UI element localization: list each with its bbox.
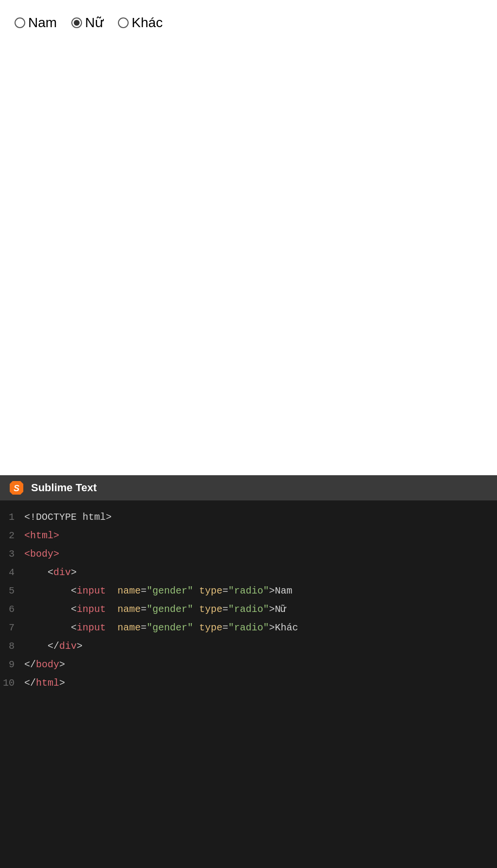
- code-line-2: 2 <html>: [0, 527, 497, 545]
- line-content-8: </div>: [24, 637, 83, 656]
- radio-label-khac: Khác: [132, 15, 163, 31]
- line-content-7: <input name="gender" type="radio">Khác: [24, 619, 298, 637]
- code-line-1: 1 <!DOCTYPE html>: [0, 508, 497, 527]
- editor-title-text: Sublime Text: [31, 482, 97, 494]
- line-number-8: 8: [0, 637, 24, 656]
- line-number-4: 4: [0, 563, 24, 582]
- line-content-6: <input name="gender" type="radio">Nữ: [24, 600, 286, 619]
- line-content-1: <!DOCTYPE html>: [24, 508, 112, 527]
- code-line-4: 4 <div>: [0, 563, 497, 582]
- code-line-10: 10 </html>: [0, 674, 497, 692]
- line-number-7: 7: [0, 619, 24, 637]
- line-number-10: 10: [0, 674, 24, 692]
- line-content-5: <input name="gender" type="radio">Nam: [24, 582, 292, 600]
- code-line-8: 8 </div>: [0, 637, 497, 656]
- code-line-6: 6 <input name="gender" type="radio">Nữ: [0, 600, 497, 619]
- radio-label-nam: Nam: [28, 15, 57, 31]
- line-number-6: 6: [0, 600, 24, 619]
- line-content-2: <html>: [24, 527, 59, 545]
- radio-nu[interactable]: Nữ: [71, 15, 103, 31]
- radio-group: Nam Nữ Khác: [15, 15, 482, 31]
- line-number-9: 9: [0, 656, 24, 674]
- line-content-10: </html>: [24, 674, 65, 692]
- radio-label-nu: Nữ: [85, 15, 103, 31]
- code-area[interactable]: 1 <!DOCTYPE html> 2 <html> 3 <body> 4 <d…: [0, 500, 497, 868]
- line-number-3: 3: [0, 545, 24, 563]
- sublime-icon: S: [8, 479, 25, 497]
- radio-circle-khac: [118, 17, 129, 28]
- radio-circle-nam: [15, 17, 25, 28]
- code-line-9: 9 </body>: [0, 656, 497, 674]
- svg-text:S: S: [14, 483, 19, 493]
- radio-khac[interactable]: Khác: [118, 15, 163, 31]
- radio-circle-nu: [71, 17, 82, 28]
- line-content-4: <div>: [24, 563, 77, 582]
- line-number-2: 2: [0, 527, 24, 545]
- line-number-5: 5: [0, 582, 24, 600]
- line-number-1: 1: [0, 508, 24, 527]
- line-content-3: <body>: [24, 545, 59, 563]
- code-line-5: 5 <input name="gender" type="radio">Nam: [0, 582, 497, 600]
- code-line-3: 3 <body>: [0, 545, 497, 563]
- editor-area: S Sublime Text 1 <!DOCTYPE html> 2 <html…: [0, 475, 497, 868]
- editor-titlebar: S Sublime Text: [0, 475, 497, 500]
- preview-area: Nam Nữ Khác: [0, 0, 497, 475]
- radio-nam[interactable]: Nam: [15, 15, 57, 31]
- line-content-9: </body>: [24, 656, 65, 674]
- code-line-7: 7 <input name="gender" type="radio">Khác: [0, 619, 497, 637]
